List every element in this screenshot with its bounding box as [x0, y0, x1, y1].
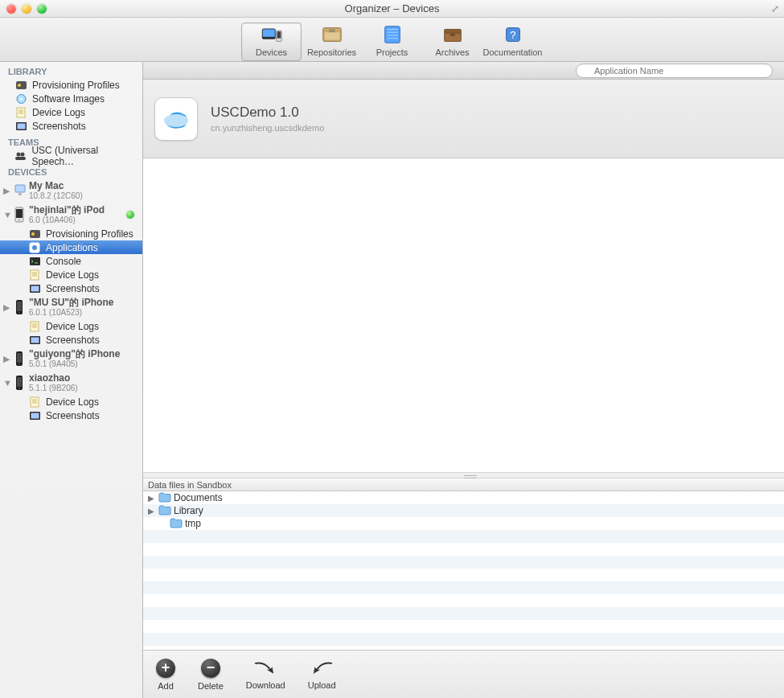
ipod-icon: [14, 207, 26, 223]
device-name: xiaozhao: [29, 373, 78, 384]
toolbar-label: Archives: [435, 47, 469, 57]
sidebar-device-child[interactable]: Provisioning Profiles: [0, 227, 142, 240]
disclosure-icon[interactable]: ▶: [3, 302, 11, 313]
file-row[interactable]: [143, 556, 784, 569]
file-row[interactable]: ▶Documents: [143, 491, 784, 504]
sidebar-device-child[interactable]: Screenshots: [0, 409, 142, 422]
svg-rect-27: [30, 230, 40, 238]
sidebar-device[interactable]: ▶ "guiyong"的 iPhone5.0.1 (9A405): [0, 347, 142, 371]
svg-rect-7: [444, 32, 461, 41]
sidebar-device-child[interactable]: Screenshots: [0, 333, 142, 347]
file-name: tmp: [185, 518, 201, 529]
svg-rect-12: [16, 81, 27, 89]
file-row[interactable]: ▶Library: [143, 504, 784, 517]
sidebar-library-item[interactable]: Device Logs: [0, 105, 142, 119]
sidebar-device-child[interactable]: Device Logs: [0, 268, 142, 281]
sidebar-item-label: Screenshots: [32, 121, 86, 132]
upload-button[interactable]: Upload: [308, 659, 336, 690]
sidebar-device[interactable]: ▶ "MU SU"的 iPhone6.0.1 (10A523): [0, 295, 142, 319]
add-button[interactable]: + Add: [156, 659, 175, 691]
device-name: "guiyong"的 iPhone: [29, 349, 120, 359]
disclosure-icon[interactable]: ▶: [148, 507, 156, 515]
sidebar-device[interactable]: ▼ xiaozhao5.1.1 (9B206): [0, 371, 142, 395]
window-title: Organizer – Devices: [0, 2, 784, 14]
disclosure-icon[interactable]: ▶: [3, 186, 11, 196]
svg-rect-3: [277, 31, 281, 38]
file-row[interactable]: [143, 581, 784, 594]
toolbar-label: Projects: [376, 47, 408, 57]
disclosure-icon[interactable]: ▶: [3, 354, 11, 364]
svg-point-15: [20, 97, 23, 100]
splitter[interactable]: [143, 472, 784, 478]
disclosure-icon[interactable]: ▶: [148, 494, 156, 503]
svg-point-50: [164, 114, 188, 127]
fullscreen-icon[interactable]: ⤢: [771, 3, 779, 14]
file-row[interactable]: [143, 607, 784, 620]
app-name: USCDemo 1.0: [211, 105, 324, 121]
svg-rect-18: [17, 123, 25, 129]
device-name: "MU SU"的 iPhone: [29, 298, 113, 308]
disclosure-icon[interactable]: ▼: [3, 210, 11, 220]
sidebar-library-item[interactable]: Software Images: [0, 92, 142, 105]
search-input[interactable]: [576, 64, 773, 78]
toolbar-documentation[interactable]: ? Documentation: [482, 23, 543, 61]
sidebar-device-child[interactable]: Console: [0, 254, 142, 268]
toolbar-label: Repositories: [307, 47, 356, 57]
device-version: 5.1.1 (9B206): [29, 384, 78, 392]
sidebar-device-child[interactable]: Device Logs: [0, 395, 142, 409]
minus-icon: −: [201, 659, 220, 678]
svg-point-28: [31, 232, 35, 236]
toolbar-devices[interactable]: Devices: [241, 23, 302, 61]
svg-rect-25: [16, 209, 23, 218]
device-name: My Mac: [29, 181, 83, 191]
sidebar-device-child[interactable]: Device Logs: [0, 319, 142, 333]
mac-icon: [14, 183, 26, 199]
sidebar-item-label: Provisioning Profiles: [32, 80, 120, 91]
badge-icon: [29, 228, 41, 240]
sidebar-device-child[interactable]: Screenshots: [0, 281, 142, 295]
sidebar-device[interactable]: ▼ "hejinlai"的 iPod6.0 (10A406): [0, 203, 142, 227]
svg-point-30: [32, 245, 37, 250]
sidebar-library-item[interactable]: Screenshots: [0, 119, 142, 133]
file-row[interactable]: [143, 594, 784, 607]
svg-rect-31: [30, 257, 40, 265]
file-row[interactable]: [143, 530, 784, 543]
svg-point-19: [17, 152, 21, 156]
app-bundle: cn.yunzhisheng.uscsdkdemo: [211, 123, 324, 133]
folder-icon: [158, 492, 171, 503]
sidebar-item-label: Device Logs: [46, 396, 99, 408]
toolbar-projects[interactable]: Projects: [362, 23, 422, 61]
sidebar-device-child[interactable]: Applications: [0, 240, 142, 254]
sidebar-team-item[interactable]: USC (Universal Speech…: [0, 149, 142, 162]
sandbox-header: Data files in Sandbox: [143, 478, 784, 491]
svg-text:?: ?: [510, 29, 515, 41]
log-icon: [29, 321, 41, 332]
disclosure-icon[interactable]: ▼: [3, 378, 11, 388]
svg-rect-5: [324, 32, 339, 39]
device-version: 6.0.1 (10A523): [29, 308, 113, 317]
console-icon: [29, 256, 41, 267]
sidebar-device[interactable]: ▶ My Mac10.8.2 (12C60): [0, 179, 142, 203]
sidebar: LIBRARY Provisioning ProfilesSoftware Im…: [0, 62, 143, 698]
sidebar-item-label: USC (Universal Speech…: [31, 145, 139, 167]
file-row[interactable]: [143, 569, 784, 581]
svg-rect-32: [31, 270, 39, 280]
svg-rect-45: [17, 377, 22, 387]
sidebar-library-item[interactable]: Provisioning Profiles: [0, 78, 142, 92]
download-button[interactable]: Download: [246, 659, 285, 690]
main: 🔍 ▾ USCDemo 1.0 cn.yunzhisheng.uscsdkdem…: [143, 62, 784, 698]
file-row[interactable]: [143, 620, 784, 633]
file-row[interactable]: tmp: [143, 517, 784, 530]
bottom-label: Download: [246, 680, 285, 690]
toolbar-repositories[interactable]: Repositories: [302, 23, 362, 61]
sidebar-item-label: Device Logs: [32, 107, 85, 118]
disc-icon: [14, 92, 27, 105]
sidebar-item-label: Screenshots: [46, 410, 100, 421]
file-row[interactable]: [143, 543, 784, 556]
svg-rect-40: [31, 337, 39, 343]
shot-icon: [14, 120, 27, 132]
delete-button[interactable]: − Delete: [198, 659, 224, 691]
file-row[interactable]: [143, 633, 784, 646]
file-name: Library: [174, 505, 203, 516]
toolbar-archives[interactable]: Archives: [422, 23, 482, 61]
